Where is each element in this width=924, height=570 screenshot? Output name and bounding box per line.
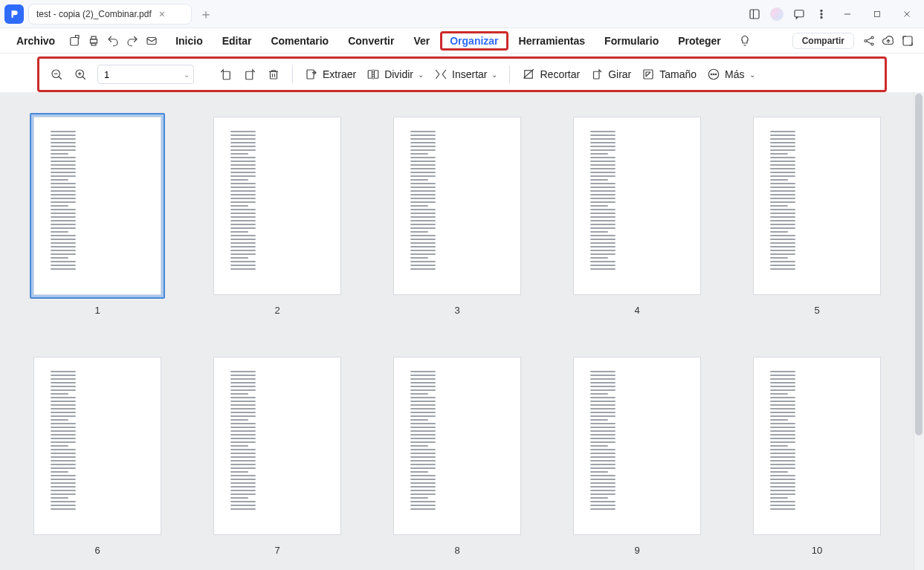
page-preview bbox=[394, 117, 520, 294]
crop-button[interactable]: Recortar bbox=[522, 68, 580, 81]
page-thumbnail-frame[interactable] bbox=[749, 113, 885, 299]
page-thumbnail-frame[interactable] bbox=[390, 353, 525, 539]
page-thumbnail-frame[interactable] bbox=[210, 113, 345, 299]
rotate-button[interactable]: Girar bbox=[590, 68, 631, 81]
extract-button[interactable]: Extraer bbox=[305, 68, 356, 81]
delete-page-button[interactable] bbox=[267, 68, 280, 81]
scrollbar[interactable] bbox=[914, 92, 924, 570]
page-thumbnail-frame[interactable] bbox=[749, 353, 885, 539]
document-tab[interactable]: test - copia (2)_Combinar.pdf × bbox=[28, 4, 192, 25]
page-thumbnail[interactable]: 4 bbox=[569, 113, 705, 316]
undo-icon[interactable] bbox=[104, 32, 122, 50]
organize-toolbar: ⌄ Extraer Dividir ⌄ Insertar ⌄ bbox=[37, 56, 887, 92]
fullscreen-icon[interactable] bbox=[899, 32, 917, 50]
page-preview bbox=[394, 357, 520, 534]
user-avatar[interactable] bbox=[768, 5, 786, 23]
page-thumbnail[interactable]: 2 bbox=[210, 113, 345, 316]
open-icon[interactable] bbox=[65, 32, 83, 50]
page-number-label: 10 bbox=[812, 545, 822, 556]
thumbnail-area: 12345678910 bbox=[0, 92, 924, 570]
page-thumbnail[interactable]: 7 bbox=[210, 353, 345, 556]
close-tab-icon[interactable]: × bbox=[159, 8, 165, 20]
panel-icon[interactable] bbox=[746, 5, 763, 23]
share-button[interactable]: Compartir bbox=[792, 33, 854, 49]
cloud-upload-icon[interactable] bbox=[879, 32, 897, 50]
svg-rect-41 bbox=[594, 71, 600, 79]
menu-file[interactable]: Archivo bbox=[7, 32, 64, 50]
svg-rect-29 bbox=[223, 71, 230, 80]
zoom-out-button[interactable] bbox=[50, 68, 63, 81]
page-number-label: 1 bbox=[94, 305, 100, 316]
page-thumbnail[interactable]: 5 bbox=[749, 113, 885, 316]
svg-rect-10 bbox=[71, 37, 79, 45]
insert-button[interactable]: Insertar ⌄ bbox=[434, 68, 497, 81]
page-thumbnail-frame[interactable] bbox=[569, 353, 705, 539]
page-preview bbox=[574, 117, 700, 294]
page-thumbnail[interactable]: 8 bbox=[390, 353, 525, 556]
svg-line-20 bbox=[867, 41, 871, 43]
page-number-dropdown[interactable]: ⌄ bbox=[97, 65, 194, 84]
page-grid: 12345678910 bbox=[30, 113, 884, 556]
mail-icon[interactable] bbox=[143, 32, 161, 50]
add-tab-button[interactable]: ＋ bbox=[196, 4, 216, 24]
menu-ver[interactable]: Ver bbox=[404, 32, 439, 50]
page-thumbnail-frame[interactable] bbox=[210, 353, 345, 539]
page-thumbnail[interactable]: 1 bbox=[30, 113, 165, 316]
svg-rect-36 bbox=[368, 71, 372, 79]
svg-point-16 bbox=[865, 39, 867, 42]
menu-formulario[interactable]: Formulario bbox=[595, 32, 668, 50]
extract-label: Extraer bbox=[323, 68, 356, 80]
print-icon[interactable] bbox=[85, 32, 103, 50]
share-network-icon[interactable] bbox=[860, 32, 878, 50]
page-thumbnail-frame[interactable] bbox=[569, 113, 705, 299]
page-preview bbox=[754, 357, 880, 534]
menu-inicio[interactable]: Inicio bbox=[167, 32, 212, 50]
rotate-right-button[interactable] bbox=[243, 68, 256, 81]
rotate-left-button[interactable] bbox=[219, 68, 233, 81]
page-thumbnail[interactable]: 6 bbox=[30, 353, 165, 556]
toolbar-separator bbox=[509, 65, 510, 83]
chevron-down-icon: ⌄ bbox=[418, 71, 424, 79]
window-maximize-button[interactable] bbox=[865, 4, 890, 25]
svg-rect-2 bbox=[795, 10, 804, 16]
chat-icon[interactable] bbox=[790, 5, 808, 23]
svg-rect-7 bbox=[875, 11, 880, 16]
page-preview bbox=[214, 357, 340, 534]
svg-point-44 bbox=[711, 74, 712, 75]
lightbulb-icon[interactable] bbox=[736, 32, 754, 50]
zoom-in-button[interactable] bbox=[74, 68, 87, 81]
window-close-button[interactable] bbox=[894, 4, 920, 25]
scrollbar-thumb[interactable] bbox=[915, 94, 923, 435]
split-button[interactable]: Dividir ⌄ bbox=[366, 68, 424, 81]
page-preview bbox=[754, 117, 880, 294]
menu-editar[interactable]: Editar bbox=[213, 32, 261, 50]
window-minimize-button[interactable] bbox=[835, 4, 860, 25]
page-number-label: 2 bbox=[274, 305, 280, 316]
redo-icon[interactable] bbox=[123, 32, 141, 50]
menu-convertir[interactable]: Convertir bbox=[339, 32, 403, 50]
page-thumbnail[interactable]: 10 bbox=[749, 353, 885, 556]
svg-rect-30 bbox=[246, 71, 253, 80]
page-number-label: 4 bbox=[634, 305, 639, 316]
crop-label: Recortar bbox=[540, 68, 580, 80]
size-button[interactable]: Tamaño bbox=[642, 68, 697, 81]
menu-herramientas[interactable]: Herramientas bbox=[510, 32, 595, 50]
page-thumbnail[interactable]: 3 bbox=[390, 113, 525, 316]
menu-comentario[interactable]: Comentario bbox=[262, 32, 337, 50]
svg-point-18 bbox=[871, 43, 873, 45]
insert-label: Insertar bbox=[452, 68, 487, 80]
svg-point-17 bbox=[871, 36, 873, 39]
page-preview bbox=[34, 357, 161, 534]
menu-organizar[interactable]: Organizar bbox=[440, 31, 508, 51]
menu-proteger[interactable]: Proteger bbox=[669, 32, 730, 50]
page-thumbnail[interactable]: 9 bbox=[569, 353, 705, 556]
page-thumbnail-frame[interactable] bbox=[390, 113, 525, 299]
page-number-input[interactable] bbox=[97, 65, 194, 84]
page-number-label: 9 bbox=[634, 545, 639, 556]
kebab-menu-icon[interactable] bbox=[812, 5, 830, 23]
more-button[interactable]: Más ⌄ bbox=[707, 68, 755, 81]
chevron-down-icon: ⌄ bbox=[491, 71, 497, 79]
page-thumbnail-frame[interactable] bbox=[30, 113, 165, 299]
page-thumbnail-frame[interactable] bbox=[30, 353, 165, 539]
svg-line-19 bbox=[867, 38, 871, 40]
